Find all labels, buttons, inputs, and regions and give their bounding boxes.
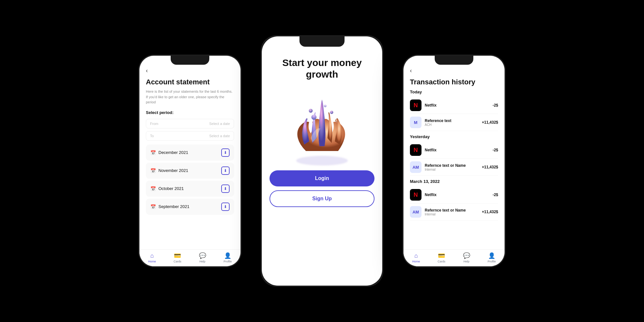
nav-profile-label-right: Profile: [488, 260, 496, 263]
section-today: Today: [410, 90, 498, 94]
cards-icon-right: 💳: [438, 252, 445, 259]
back-button-right[interactable]: ‹: [410, 67, 412, 74]
tx-amount-march-1: -2$: [493, 193, 498, 197]
ach-avatar-today: M: [410, 117, 421, 128]
tx-amount-today-1: -2$: [493, 103, 498, 108]
download-button-dec[interactable]: ⬇: [221, 148, 230, 157]
nav-cards-right[interactable]: 💳 Cards: [438, 252, 445, 263]
tx-march-1: N Netflix -2$: [410, 186, 498, 204]
tx-amount-yest-2: +11,432$: [482, 165, 498, 169]
help-icon-right: 💬: [463, 252, 470, 259]
nav-cards-label-left: Cards: [174, 260, 181, 263]
statement-month-sep: September 2021: [158, 204, 189, 209]
to-label: To: [150, 134, 154, 138]
calendar-icon-nov: 📅: [150, 168, 156, 173]
tx-sub-today-2: ACH: [425, 123, 451, 127]
nav-help-label-left: Help: [199, 260, 205, 263]
notch-right: [435, 56, 473, 65]
svg-point-5: [324, 105, 327, 107]
ach-avatar-march: AM: [410, 206, 421, 218]
help-icon-left: 💬: [199, 252, 206, 259]
nav-home-right[interactable]: ⌂ Home: [412, 252, 420, 263]
statement-item-dec[interactable]: 📅 December 2021 ⬇: [146, 145, 234, 161]
tx-yest-1: N Netflix -2$: [410, 142, 498, 159]
profile-icon-left: 👤: [224, 252, 231, 259]
download-button-nov[interactable]: ⬇: [221, 166, 230, 175]
statement-month-oct: October 2021: [158, 186, 184, 191]
statement-item-nov[interactable]: 📅 November 2021 ⬇: [146, 163, 234, 179]
phone-center: Start your money growth: [261, 35, 383, 287]
phone-right: ‹ Transaction history Today N Netflix -2…: [402, 55, 506, 267]
tx-name-yest-1: Netflix: [425, 148, 437, 152]
tx-sub-march-2: Internal: [425, 213, 466, 216]
account-statement-subtitle: Here is the list of your statements for …: [146, 89, 234, 105]
tx-amount-march-2: +11,432$: [482, 210, 498, 214]
tx-today-2: M Reference text ACH +11,432$: [410, 114, 498, 131]
statement-item-sep[interactable]: 📅 September 2021 ⬇: [146, 199, 234, 215]
section-yesterday: Yesterday: [410, 134, 498, 139]
tx-amount-yest-1: -2$: [493, 148, 498, 152]
transaction-title: Transaction history: [410, 78, 498, 86]
ach-avatar-yest: AM: [410, 161, 421, 173]
login-button[interactable]: Login: [270, 170, 374, 186]
netflix-avatar-yest: N: [410, 144, 421, 156]
nav-cards-left[interactable]: 💳 Cards: [174, 252, 181, 263]
statement-month-dec: December 2021: [158, 150, 188, 155]
select-period-label: Select period:: [146, 110, 234, 115]
growth-title: Start your money growth: [282, 57, 362, 80]
from-placeholder: Select a date: [209, 122, 230, 126]
download-button-sep[interactable]: ⬇: [221, 203, 230, 211]
tx-march-2: AM Refernce text or Name Internal +11,43…: [410, 204, 498, 221]
nav-profile-right[interactable]: 👤 Profile: [488, 252, 496, 263]
bottom-nav-left: ⌂ Home 💳 Cards 💬 Help 👤 Profile: [139, 249, 241, 266]
cards-icon-left: 💳: [174, 252, 181, 259]
netflix-avatar-march: N: [410, 189, 421, 201]
bottom-nav-right: ⌂ Home 💳 Cards 💬 Help 👤 Profile: [403, 249, 505, 266]
nav-home-left[interactable]: ⌂ Home: [148, 252, 156, 263]
nav-home-label-right: Home: [412, 260, 420, 263]
svg-point-1: [311, 115, 317, 120]
calendar-icon-oct: 📅: [150, 186, 156, 191]
to-placeholder: Select a date: [209, 134, 230, 138]
calendar-icon-dec: 📅: [150, 150, 156, 155]
notch-left: [171, 56, 209, 65]
account-statement-title: Account statement: [146, 78, 234, 86]
nav-help-right[interactable]: 💬 Help: [463, 252, 470, 263]
to-date-field[interactable]: To Select a date: [146, 131, 234, 141]
nav-profile-left[interactable]: 👤 Profile: [223, 252, 232, 263]
transaction-screen: ‹ Transaction history Today N Netflix -2…: [403, 67, 505, 249]
nav-home-label-left: Home: [148, 260, 156, 263]
nav-profile-label-left: Profile: [223, 260, 232, 263]
svg-point-0: [296, 156, 348, 166]
statement-month-nov: November 2021: [158, 168, 188, 173]
tx-today-1: N Netflix -2$: [410, 97, 498, 114]
tx-sub-yest-2: Internal: [425, 168, 466, 171]
blob-image: [280, 87, 364, 170]
phone-left: ‹ Account statement Here is the list of …: [138, 55, 242, 267]
statement-item-oct[interactable]: 📅 October 2021 ⬇: [146, 181, 234, 197]
signup-button[interactable]: Sign Up: [270, 190, 374, 207]
svg-point-3: [335, 119, 338, 122]
download-button-oct[interactable]: ⬇: [221, 185, 230, 193]
nav-cards-label-right: Cards: [438, 260, 445, 263]
svg-point-2: [330, 111, 333, 114]
home-icon-left: ⌂: [150, 252, 154, 259]
tx-name-march-1: Netflix: [425, 193, 437, 197]
svg-point-4: [309, 109, 313, 113]
notch-center: [299, 36, 345, 47]
from-date-field[interactable]: From Select a date: [146, 119, 234, 128]
tx-yest-2: AM Refernce text or Name Internal +11,43…: [410, 159, 498, 176]
tx-amount-today-2: +11,432$: [482, 120, 498, 125]
tx-name-today-2: Reference text: [425, 118, 451, 123]
back-button-left[interactable]: ‹: [146, 67, 148, 74]
section-march: March 13, 2022: [410, 179, 498, 184]
nav-help-left[interactable]: 💬 Help: [199, 252, 206, 263]
home-icon-right: ⌂: [414, 252, 418, 259]
calendar-icon-sep: 📅: [150, 204, 156, 209]
statement-list: 📅 December 2021 ⬇ 📅 November 2021 ⬇: [146, 145, 234, 215]
netflix-avatar-today: N: [410, 99, 421, 111]
growth-screen: Start your money growth: [262, 51, 382, 286]
nav-help-label-right: Help: [463, 260, 469, 263]
from-label: From: [150, 122, 158, 126]
tx-name-yest-2: Refernce text or Name: [425, 163, 466, 168]
